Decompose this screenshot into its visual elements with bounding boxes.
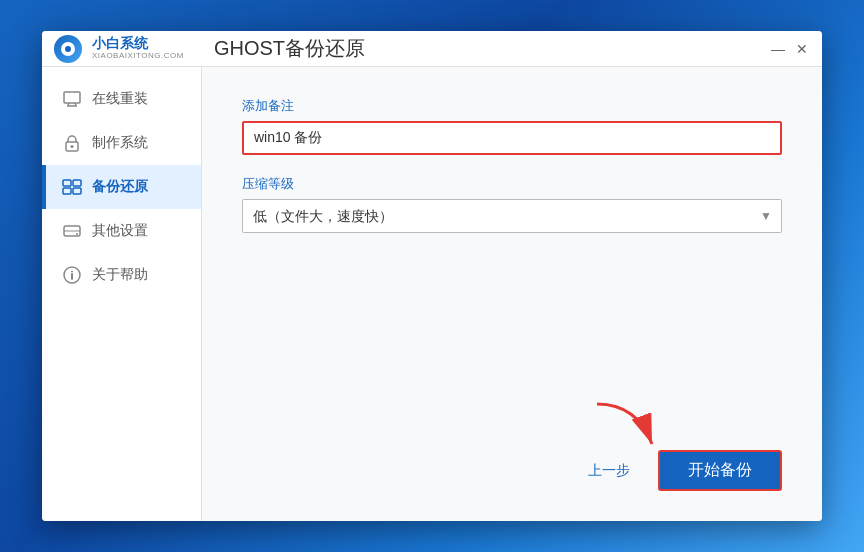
compress-group: 压缩等级 低（文件大，速度快） 中（文件适中，速度适中） 高（文件小，速度慢） … xyxy=(242,175,782,233)
start-backup-button[interactable]: 开始备份 xyxy=(658,450,782,491)
annotation-input[interactable] xyxy=(242,121,782,155)
sidebar: 在线重装 制作系统 xyxy=(42,67,202,521)
lock-icon xyxy=(62,133,82,153)
svg-rect-7 xyxy=(73,180,81,186)
annotation-group: 添加备注 xyxy=(242,97,782,155)
sidebar-item-online-install-label: 在线重装 xyxy=(92,90,148,108)
svg-rect-9 xyxy=(73,188,81,194)
window-controls: — ✕ xyxy=(770,41,810,57)
svg-point-5 xyxy=(71,145,74,148)
sidebar-item-backup-restore[interactable]: 备份还原 xyxy=(42,165,201,209)
brand-name: 小白系统 xyxy=(92,36,184,51)
sidebar-item-about-help[interactable]: 关于帮助 xyxy=(42,253,201,297)
arrow-indicator xyxy=(587,399,667,463)
compress-select[interactable]: 低（文件大，速度快） 中（文件适中，速度适中） 高（文件小，速度慢） xyxy=(242,199,782,233)
sidebar-item-backup-restore-label: 备份还原 xyxy=(92,178,148,196)
content-area: 在线重装 制作系统 xyxy=(42,67,822,521)
window-title: GHOST备份还原 xyxy=(214,35,365,62)
backup-icon xyxy=(62,177,82,197)
drive-icon xyxy=(62,221,82,241)
sidebar-item-other-settings-label: 其他设置 xyxy=(92,222,148,240)
brand-sub: XIAOBAIXITONG.COM xyxy=(92,52,184,61)
minimize-button[interactable]: — xyxy=(770,41,786,57)
brand: 小白系统 XIAOBAIXITONG.COM xyxy=(92,36,184,60)
sidebar-item-make-system-label: 制作系统 xyxy=(92,134,148,152)
active-indicator xyxy=(42,165,46,209)
footer: 上一步 开始备份 xyxy=(242,450,782,491)
compress-select-wrapper: 低（文件大，速度快） 中（文件适中，速度适中） 高（文件小，速度慢） ▼ xyxy=(242,199,782,233)
sidebar-item-other-settings[interactable]: 其他设置 xyxy=(42,209,201,253)
sidebar-item-online-install[interactable]: 在线重装 xyxy=(42,77,201,121)
annotation-label: 添加备注 xyxy=(242,97,782,115)
sidebar-item-about-help-label: 关于帮助 xyxy=(92,266,148,284)
svg-point-12 xyxy=(76,233,78,235)
info-icon xyxy=(62,265,82,285)
title-bar: 小白系统 XIAOBAIXITONG.COM GHOST备份还原 — ✕ xyxy=(42,31,822,67)
main-window: 小白系统 XIAOBAIXITONG.COM GHOST备份还原 — ✕ xyxy=(42,31,822,521)
title-bar-left: 小白系统 XIAOBAIXITONG.COM GHOST备份还原 xyxy=(54,35,365,63)
svg-rect-6 xyxy=(63,180,71,186)
svg-rect-8 xyxy=(63,188,71,194)
svg-rect-0 xyxy=(64,92,80,103)
monitor-icon xyxy=(62,89,82,109)
close-button[interactable]: ✕ xyxy=(794,41,810,57)
svg-point-15 xyxy=(71,271,73,273)
main-content: 添加备注 压缩等级 低（文件大，速度快） 中（文件适中，速度适中） 高（文件小，… xyxy=(202,67,822,521)
sidebar-item-make-system[interactable]: 制作系统 xyxy=(42,121,201,165)
compress-label: 压缩等级 xyxy=(242,175,782,193)
logo-icon xyxy=(54,35,82,63)
